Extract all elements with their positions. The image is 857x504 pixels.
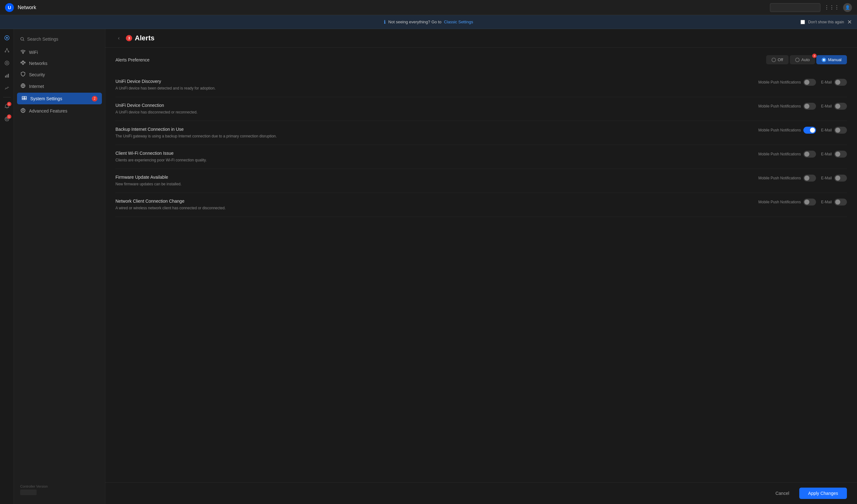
- sidebar-icon-dashboard[interactable]: [2, 33, 12, 43]
- controller-version: Controller Version: [14, 481, 105, 499]
- alert-0-email-toggle[interactable]: [834, 79, 847, 86]
- radio-auto-badge: 4: [812, 54, 817, 58]
- alert-4-push-label: Mobile Push Notifications: [758, 176, 801, 180]
- nav-security-label: Security: [29, 72, 45, 77]
- alert-3-email-group: E-Mail: [821, 151, 847, 158]
- alert-item-2-title: Backup Internet Connection in Use: [115, 127, 746, 132]
- nav-item-security[interactable]: Security: [14, 69, 105, 81]
- notification-banner: ℹ Not seeing everything? Go to Classic S…: [0, 15, 857, 29]
- content-footer: Cancel Apply Changes: [105, 482, 857, 504]
- nav-panel: Search Settings WiFi Networks Security: [14, 29, 105, 504]
- alert-2-push-label: Mobile Push Notifications: [758, 128, 801, 133]
- page-title-area: 3 Alerts: [126, 34, 154, 42]
- alert-item-1: UniFi Device Connection A UniFi device h…: [115, 97, 847, 121]
- alert-0-push-toggle[interactable]: [803, 79, 816, 86]
- topbar-search[interactable]: [770, 3, 820, 12]
- radio-off[interactable]: Off: [766, 55, 789, 64]
- alert-item-4: Firmware Update Available New firmware u…: [115, 169, 847, 193]
- svg-point-14: [6, 118, 7, 120]
- preference-label: Alerts Preference: [115, 57, 766, 63]
- alert-item-1-title: UniFi Device Connection: [115, 103, 746, 108]
- sidebar-divider: [3, 97, 11, 98]
- alert-2-push-group: Mobile Push Notifications: [758, 127, 816, 134]
- close-banner-button[interactable]: ✕: [847, 19, 852, 25]
- nav-item-wifi[interactable]: WiFi: [14, 47, 105, 58]
- alert-item-4-info: Firmware Update Available New firmware u…: [115, 175, 758, 187]
- banner-right: Don't show this again ✕: [801, 19, 852, 25]
- sidebar-icon-stats[interactable]: [2, 71, 12, 81]
- radio-off-circle: [772, 58, 776, 62]
- content-header: ‹ 3 Alerts: [105, 29, 857, 48]
- radio-auto-circle: [795, 58, 800, 62]
- alert-4-email-toggle[interactable]: [834, 175, 847, 181]
- radio-manual-label: Manual: [828, 57, 842, 62]
- alert-item-3-title: Client Wi-Fi Connection Issue: [115, 151, 746, 156]
- nav-item-networks[interactable]: Networks: [14, 58, 105, 69]
- svg-rect-30: [24, 98, 27, 100]
- nav-networks-label: Networks: [29, 61, 47, 66]
- alerts-preference-row: Alerts Preference Off Auto 4: [115, 55, 847, 64]
- alert-3-push-label: Mobile Push Notifications: [758, 152, 801, 156]
- svg-rect-11: [8, 74, 9, 77]
- version-number: [20, 489, 37, 495]
- topbar: U Network ⋮⋮⋮ 👤: [0, 0, 857, 15]
- nav-advanced-features-label: Advanced Features: [29, 108, 67, 114]
- security-icon: [20, 72, 26, 77]
- sidebar-icon-alerts[interactable]: 1: [2, 101, 12, 111]
- svg-rect-9: [5, 76, 6, 77]
- svg-point-8: [6, 63, 7, 64]
- search-settings[interactable]: Search Settings: [14, 34, 105, 47]
- app-logo: U: [5, 3, 14, 12]
- alert-item-0: UniFi Device Discovery A UniFi device ha…: [115, 73, 847, 97]
- alert-2-email-group: E-Mail: [821, 127, 847, 134]
- alert-5-email-toggle[interactable]: [834, 198, 847, 206]
- radio-auto[interactable]: Auto 4: [790, 55, 816, 64]
- alert-1-push-toggle[interactable]: [803, 103, 816, 110]
- radio-off-label: Off: [778, 57, 783, 62]
- alert-item-0-controls: Mobile Push Notifications E-Mail: [758, 79, 847, 86]
- svg-point-1: [6, 37, 7, 39]
- classic-settings-link[interactable]: Classic Settings: [444, 20, 473, 24]
- nav-item-internet[interactable]: Internet: [14, 81, 105, 92]
- svg-rect-21: [22, 64, 24, 65]
- alert-2-email-toggle[interactable]: [834, 127, 847, 134]
- alert-item-4-controls: Mobile Push Notifications E-Mail: [758, 175, 847, 181]
- alert-count-badge: 3: [126, 35, 132, 41]
- back-button[interactable]: ‹: [115, 34, 122, 42]
- alert-item-2: Backup Internet Connection in Use The Un…: [115, 121, 847, 145]
- sidebar-icon-clients[interactable]: [2, 58, 12, 68]
- alert-1-push-group: Mobile Push Notifications: [758, 103, 816, 110]
- alert-2-push-toggle[interactable]: [803, 127, 816, 134]
- alert-3-push-toggle[interactable]: [803, 151, 816, 158]
- sidebar-icon-topology[interactable]: [2, 46, 12, 55]
- grid-icon[interactable]: ⋮⋮⋮: [824, 4, 839, 11]
- alert-3-email-toggle[interactable]: [834, 151, 847, 158]
- svg-rect-18: [21, 62, 22, 63]
- alert-4-push-toggle[interactable]: [803, 175, 816, 181]
- alert-item-5-title: Network Client Connection Change: [115, 198, 746, 204]
- wifi-icon: [20, 50, 26, 55]
- advanced-features-icon: [20, 108, 26, 114]
- nav-item-system-settings[interactable]: System Settings 2: [17, 93, 102, 104]
- alert-0-push-label: Mobile Push Notifications: [758, 80, 801, 85]
- sidebar-icon-settings[interactable]: 1: [2, 114, 12, 124]
- alert-item-3-controls: Mobile Push Notifications E-Mail: [758, 151, 847, 158]
- alerts-badge: 1: [7, 102, 11, 106]
- radio-manual-inner: [823, 59, 825, 61]
- svg-rect-19: [22, 61, 24, 62]
- alert-0-push-group: Mobile Push Notifications: [758, 79, 816, 86]
- alert-item-5-desc: A wired or wireless network client has c…: [115, 205, 746, 211]
- svg-line-23: [23, 62, 24, 62]
- alert-item-4-title: Firmware Update Available: [115, 175, 746, 180]
- svg-point-31: [22, 110, 24, 111]
- alert-1-email-toggle[interactable]: [834, 103, 847, 110]
- nav-item-advanced-features[interactable]: Advanced Features: [14, 105, 105, 117]
- sidebar-icon-charts[interactable]: [2, 83, 12, 93]
- apply-changes-button[interactable]: Apply Changes: [799, 488, 847, 499]
- cancel-button[interactable]: Cancel: [769, 488, 795, 498]
- alert-5-push-toggle[interactable]: [803, 198, 816, 206]
- icon-sidebar: 1 1: [0, 29, 14, 504]
- radio-manual[interactable]: Manual: [816, 55, 847, 64]
- avatar[interactable]: 👤: [843, 3, 852, 12]
- dont-show-checkbox[interactable]: [801, 20, 805, 24]
